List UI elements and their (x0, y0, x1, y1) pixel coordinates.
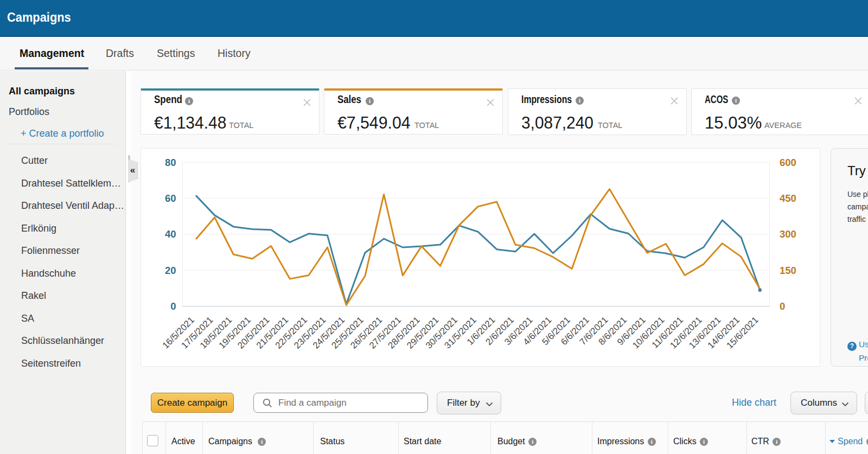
svg-text:300: 300 (780, 228, 796, 240)
svg-text:150: 150 (780, 265, 796, 276)
svg-text:40: 40 (165, 228, 176, 240)
svg-text:0: 0 (170, 300, 176, 312)
svg-text:450: 450 (780, 193, 796, 204)
svg-text:80: 80 (165, 157, 176, 168)
svg-text:600: 600 (780, 157, 796, 168)
svg-text:20: 20 (165, 265, 176, 276)
svg-text:60: 60 (165, 193, 176, 204)
svg-text:0: 0 (780, 300, 785, 312)
